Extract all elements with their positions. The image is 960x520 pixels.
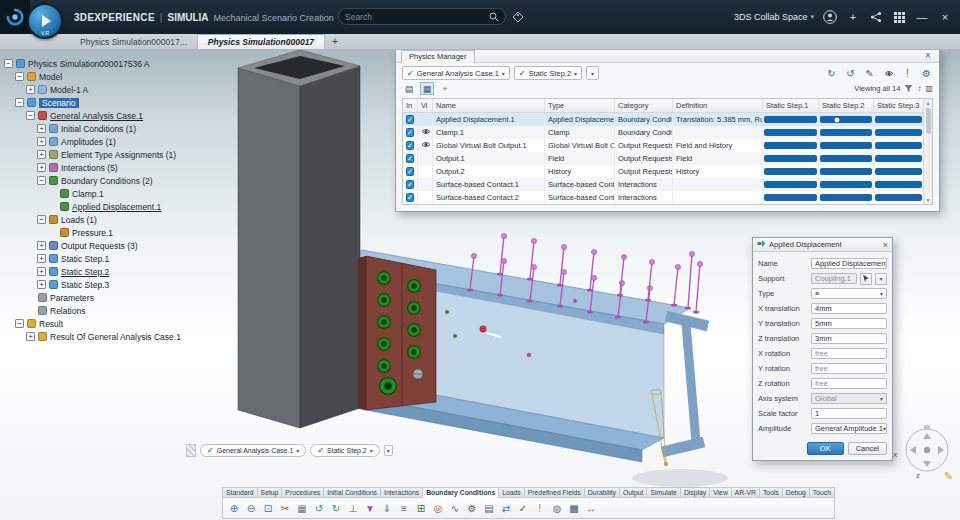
search-icon[interactable]	[489, 12, 499, 22]
filter-icon[interactable]	[904, 84, 913, 93]
tree-item-static-step-1[interactable]: +Static Step.1	[2, 252, 214, 265]
pin-support-icon[interactable]: ▼	[362, 500, 378, 517]
search-input[interactable]	[345, 12, 485, 22]
select-support-button[interactable]	[860, 273, 872, 285]
mesh-view-icon[interactable]: ▦	[294, 500, 310, 517]
include-checkbox[interactable]: ✓	[406, 180, 414, 189]
table-row-output-2[interactable]: ✓Output.2HistoryOutput RequestsHistory	[403, 165, 923, 178]
table-row-applied-displacement-1[interactable]: ✓Applied Displacement.1Applied Displacem…	[403, 113, 923, 126]
include-checkbox[interactable]: ✓	[406, 154, 414, 163]
ribbon-tab-boundary-conditions[interactable]: Boundary Conditions	[422, 487, 498, 498]
render-style-icon[interactable]: ◍	[549, 500, 565, 517]
zoom-out-icon[interactable]: ⊖	[243, 500, 259, 517]
measure-icon[interactable]: ↔	[583, 500, 599, 517]
collapse-icon[interactable]: −	[4, 59, 13, 68]
ribbon-tab-touch[interactable]: Touch	[809, 487, 835, 498]
step-bar-cell-static-step-3[interactable]	[874, 165, 924, 178]
close-icon[interactable]: ×	[922, 50, 934, 61]
swap-icon[interactable]: ⇄	[498, 500, 514, 517]
share-button[interactable]	[869, 10, 883, 24]
column-header-static-step-3[interactable]: Static Step.3	[874, 99, 924, 112]
warnings-icon[interactable]: !	[532, 500, 548, 517]
add-content-button[interactable]: +	[846, 10, 860, 24]
report-icon[interactable]: ▤	[481, 500, 497, 517]
amplitude-dropdown[interactable]: General Amplitude.1▾	[811, 423, 887, 434]
tree-item-element-type-assignments-1[interactable]: +Element Type Assignments (1)	[2, 148, 214, 161]
amplitude-icon[interactable]: ∿	[447, 500, 463, 517]
column-header-name[interactable]: Name	[433, 99, 545, 112]
y-rotation-input[interactable]: free	[811, 363, 887, 374]
expand-icon[interactable]: +	[37, 137, 46, 146]
ribbon-tab-view[interactable]: View	[709, 487, 731, 498]
fit-all-icon[interactable]: ⊡	[260, 500, 276, 517]
collapse-icon[interactable]: −	[37, 176, 46, 185]
step-bar-cell-static-step-3[interactable]	[874, 152, 924, 165]
tree-item-initial-conditions-1[interactable]: +Initial Conditions (1)	[2, 122, 214, 135]
feature-list-icon[interactable]: ≡	[396, 500, 412, 517]
undo-icon[interactable]: ↺	[311, 500, 327, 517]
tree-item-scenario[interactable]: −Scenario	[2, 96, 214, 109]
document-tab-physics-simulation000017[interactable]: Physics Simulation000017	[198, 34, 325, 49]
column-header-category[interactable]: Category	[615, 99, 673, 112]
collapse-icon[interactable]: −	[26, 111, 35, 120]
expand-icon[interactable]: +	[37, 124, 46, 133]
tree-item-clamp-1[interactable]: Clamp.1	[2, 187, 214, 200]
show-errors-icon[interactable]: !	[901, 68, 914, 79]
ribbon-tab-ar-vr[interactable]: AR-VR	[731, 487, 759, 498]
step-bar-cell-static-step-2[interactable]	[819, 113, 874, 126]
edit-list-icon[interactable]: ✎	[863, 68, 876, 79]
sort-icon[interactable]: ↕	[917, 84, 921, 93]
table-row-output-1[interactable]: ✓Output.1FieldOutput RequestsField	[403, 152, 923, 165]
column-header-static-step-2[interactable]: Static Step.2	[819, 99, 874, 112]
table-view-icon[interactable]: ▦	[420, 82, 434, 95]
tree-item-result[interactable]: −Result	[2, 317, 214, 330]
table-row-surface-based-contact-1[interactable]: ✓Surface-based Contact.1Surface-based Co…	[403, 178, 923, 191]
include-checkbox[interactable]: ✓	[406, 115, 414, 124]
z-rotation-input[interactable]: free	[811, 378, 887, 389]
scroll-up-icon[interactable]: ▲	[926, 100, 931, 106]
check-model-icon[interactable]: ✓	[515, 500, 531, 517]
ribbon-tab-initial-conditions[interactable]: Initial Conditions	[323, 487, 380, 498]
tree-item-model[interactable]: −Model	[2, 70, 214, 83]
column-header-definition[interactable]: Definition	[673, 99, 763, 112]
step-bar-cell-static-step-1[interactable]	[763, 152, 819, 165]
selector-drag-handle[interactable]	[186, 444, 196, 457]
user-avatar-icon[interactable]	[823, 10, 837, 24]
dialog-titlebar[interactable]: Applied Displacement ×	[753, 238, 892, 252]
column-header-type[interactable]: Type	[545, 99, 615, 112]
apps-grid-icon[interactable]	[892, 10, 906, 24]
step-bar-cell-static-step-2[interactable]	[819, 152, 874, 165]
support-options-button[interactable]: ▾	[875, 273, 887, 285]
ribbon-tab-procedures[interactable]: Procedures	[281, 487, 323, 498]
expand-icon[interactable]: +	[26, 332, 35, 341]
z-translation-input[interactable]: 3mm	[811, 333, 887, 344]
step-bar-cell-static-step-2[interactable]	[819, 165, 874, 178]
scroll-thumb[interactable]	[926, 108, 931, 134]
expand-icon[interactable]: +	[37, 241, 46, 250]
collab-space-selector[interactable]: 3DS Collab Space ▾	[734, 12, 814, 22]
include-checkbox[interactable]: ✓	[406, 141, 414, 150]
search-box[interactable]	[338, 8, 506, 25]
step-bar-cell-static-step-2[interactable]	[819, 126, 874, 139]
tree-item-interactions-5[interactable]: +Interactions (5)	[2, 161, 214, 174]
column-mesh[interactable]	[238, 50, 360, 428]
step-bar-cell-static-step-3[interactable]	[874, 139, 924, 152]
collapse-icon[interactable]: −	[37, 215, 46, 224]
settings-icon[interactable]: ⚙	[920, 68, 933, 79]
scroll-down-icon[interactable]: ▼	[926, 197, 931, 203]
step-bar-cell-static-step-1[interactable]	[763, 126, 819, 139]
pm-case-filter[interactable]: ✓ General Analysis Case.1 ▾	[402, 66, 510, 80]
data-table-icon[interactable]: ▩	[566, 500, 582, 517]
tree-item-output-requests-3[interactable]: +Output Requests (3)	[2, 239, 214, 252]
table-row-surface-based-contact-2[interactable]: ✓Surface-based Contact.2Surface-based Co…	[403, 191, 923, 204]
step-bar-cell-static-step-1[interactable]	[763, 191, 819, 204]
expand-icon[interactable]: +	[26, 85, 35, 94]
cut-section-icon[interactable]: ✂	[277, 500, 293, 517]
include-checkbox[interactable]: ✓	[406, 167, 414, 176]
expand-icon[interactable]: +	[37, 254, 46, 263]
ribbon-tab-durability[interactable]: Durability	[584, 487, 619, 498]
3ds-logo-icon[interactable]	[0, 0, 30, 34]
collapse-icon[interactable]: −	[15, 319, 24, 328]
sketch-pencil-icon[interactable]: ✎	[944, 470, 953, 483]
sync-status-icon[interactable]: ↻	[825, 68, 838, 79]
